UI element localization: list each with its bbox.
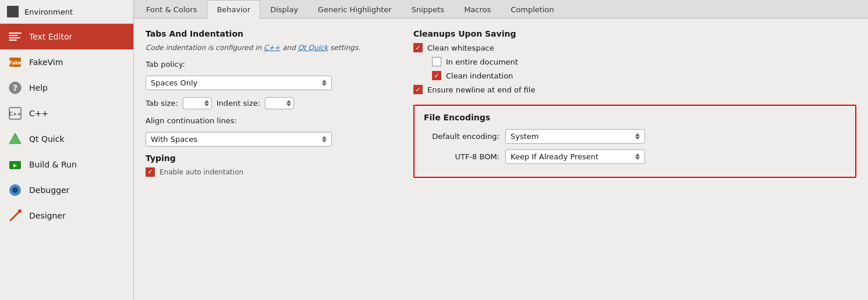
file-encodings-title: File Encodings — [424, 113, 846, 122]
sidebar-item-cpp-label: C++ — [29, 109, 48, 118]
subtitle-part3: settings. — [328, 44, 360, 52]
sidebar-item-help-label: Help — [29, 83, 48, 92]
sidebar-item-designer[interactable]: Designer — [0, 203, 133, 228]
tab-policy-dropdown[interactable]: Spaces Only — [146, 76, 332, 90]
clean-whitespace-row: Clean whitespace — [413, 43, 856, 52]
sidebar-item-fakevim[interactable]: Fake FakeVim — [0, 49, 133, 75]
tabs-indentation-section: Tabs And Indentation Code indentation is… — [146, 29, 390, 290]
utf8-bom-row: UTF-8 BOM: Keep If Already Present — [424, 149, 846, 164]
sidebar-item-fakevim-label: FakeVim — [29, 58, 63, 67]
default-encoding-dropdown[interactable]: System — [505, 129, 645, 144]
sidebar-item-debugger[interactable]: Debugger — [0, 177, 133, 203]
sidebar-item-build-run-label: Build & Run — [29, 160, 77, 169]
svg-text:▶: ▶ — [13, 163, 17, 168]
sidebar-item-text-editor[interactable]: Text Editor — [0, 24, 133, 49]
svg-point-10 — [12, 187, 18, 193]
sidebar: Environment Text Editor Fake FakeVim ? H… — [0, 0, 134, 300]
align-continuation-dropdown-row: With Spaces — [146, 132, 390, 147]
tab-display[interactable]: Display — [260, 0, 308, 19]
tab-macros[interactable]: Macros — [454, 0, 501, 19]
clean-whitespace-label: Clean whitespace — [427, 44, 494, 52]
svg-point-12 — [18, 209, 22, 213]
tab-policy-dropdown-row: Spaces Only — [146, 76, 390, 90]
utf8-bom-value: Keep If Already Present — [511, 152, 598, 161]
clean-indentation-checkbox[interactable] — [432, 71, 441, 80]
cpp-icon: C++ — [7, 105, 23, 122]
clean-whitespace-checkbox[interactable] — [413, 43, 423, 52]
in-entire-document-checkbox[interactable] — [432, 57, 441, 66]
default-encoding-label: Default encoding: — [424, 132, 499, 141]
tab-policy-label: Tab policy: — [146, 60, 185, 69]
debugger-icon — [7, 182, 23, 198]
sidebar-item-help[interactable]: ? Help — [0, 75, 133, 101]
main-content: Font & Colors Behavior Display Generic H… — [134, 0, 868, 300]
svg-line-11 — [10, 211, 20, 220]
right-section: Cleanups Upon Saving Clean whitespace In… — [413, 29, 856, 290]
tab-policy-row: Tab policy: — [146, 60, 390, 69]
fakevim-icon: Fake — [7, 54, 23, 70]
sidebar-item-environment-label: Environment — [24, 8, 73, 16]
tab-size-spinner — [204, 100, 209, 106]
utf8-bom-dropdown[interactable]: Keep If Already Present — [505, 149, 645, 164]
typing-title: Typing — [146, 153, 390, 163]
help-icon: ? — [7, 80, 23, 96]
sidebar-item-cpp[interactable]: C++ C++ — [0, 101, 133, 126]
ensure-newline-label: Ensure newline at end of file — [427, 85, 535, 94]
typing-checkbox[interactable] — [146, 167, 155, 177]
align-continuation-dropdown[interactable]: With Spaces — [146, 132, 332, 147]
texteditor-icon — [7, 28, 23, 45]
tabs-indentation-title: Tabs And Indentation — [146, 29, 390, 38]
file-encodings-box: File Encodings Default encoding: System … — [413, 105, 856, 178]
tab-size-spinbox[interactable]: 8 — [183, 97, 212, 109]
indent-size-input[interactable]: 4 — [268, 99, 281, 108]
typing-label: Enable auto indentation — [160, 168, 243, 176]
in-entire-document-row: In entire document — [413, 57, 856, 66]
content-area: Tabs And Indentation Code indentation is… — [134, 19, 868, 300]
align-continuation-spinner — [322, 136, 327, 142]
svg-text:C++: C++ — [9, 111, 22, 117]
tab-bar: Font & Colors Behavior Display Generic H… — [134, 0, 868, 19]
tab-generic-highlighter[interactable]: Generic Highlighter — [308, 0, 402, 19]
subtitle-part2: and — [280, 44, 297, 52]
subtitle-qtquick-link[interactable]: Qt Quick — [298, 44, 328, 52]
indent-size-spinbox[interactable]: 4 — [265, 97, 294, 109]
env-icon — [7, 6, 19, 17]
tab-policy-spinner — [322, 80, 327, 86]
tab-size-label: Tab size: — [146, 99, 178, 108]
tab-size-input[interactable]: 8 — [186, 99, 199, 108]
tab-snippets[interactable]: Snippets — [402, 0, 454, 19]
tabs-indentation-subtitle: Code indentation is configured in C++ an… — [146, 43, 390, 53]
svg-text:?: ? — [13, 83, 17, 92]
subtitle-cpp-link[interactable]: C++ — [264, 44, 281, 52]
tab-indent-size-row: Tab size: 8 Indent size: 4 — [146, 97, 390, 109]
subtitle-part1: Code indentation is configured in — [146, 44, 264, 52]
utf8-bom-label: UTF-8 BOM: — [424, 152, 499, 161]
tab-policy-value: Spaces Only — [151, 78, 197, 87]
ensure-newline-row: Ensure newline at end of file — [413, 85, 856, 94]
in-entire-document-label: In entire document — [446, 58, 518, 66]
typing-checkbox-placeholder: Enable auto indentation — [146, 167, 390, 177]
indent-size-label: Indent size: — [217, 99, 260, 108]
cleanups-title: Cleanups Upon Saving — [413, 29, 856, 38]
sidebar-item-environment[interactable]: Environment — [0, 0, 133, 24]
utf8-bom-spinner — [635, 153, 640, 160]
tab-completion[interactable]: Completion — [501, 0, 564, 19]
default-encoding-value: System — [511, 132, 538, 141]
tab-behavior[interactable]: Behavior — [207, 0, 260, 19]
svg-marker-6 — [9, 133, 21, 144]
align-continuation-value: With Spaces — [151, 135, 197, 144]
clean-indentation-row: Clean indentation — [413, 71, 856, 80]
sidebar-item-debugger-label: Debugger — [29, 185, 69, 195]
align-continuation-label-row: Align continuation lines: — [146, 116, 390, 125]
sidebar-item-build-run[interactable]: ▶ Build & Run — [0, 152, 133, 177]
svg-text:Fake: Fake — [9, 60, 22, 66]
sidebar-item-designer-label: Designer — [29, 211, 66, 220]
tab-font-colors[interactable]: Font & Colors — [136, 0, 207, 19]
buildrun-icon: ▶ — [7, 156, 23, 173]
sidebar-item-qt-quick[interactable]: Qt Quick — [0, 126, 133, 152]
ensure-newline-checkbox[interactable] — [413, 85, 423, 94]
sidebar-item-qt-quick-label: Qt Quick — [29, 134, 65, 144]
clean-indentation-label: Clean indentation — [446, 72, 513, 80]
cleanups-section: Cleanups Upon Saving Clean whitespace In… — [413, 29, 856, 94]
qtquick-icon — [7, 131, 23, 147]
